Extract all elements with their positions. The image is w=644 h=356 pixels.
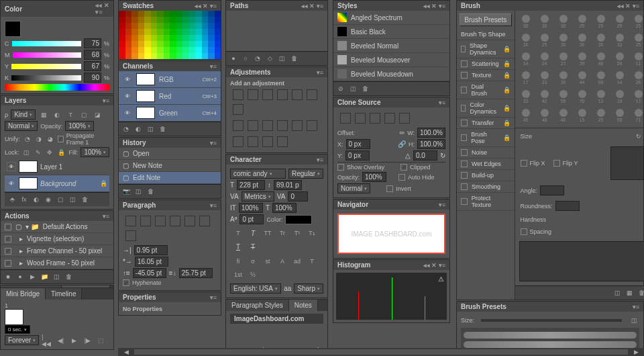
swatch[interactable] bbox=[119, 17, 125, 23]
brush-tip[interactable]: 36 bbox=[574, 32, 590, 48]
first-icon[interactable]: |◀◀ bbox=[42, 336, 52, 345]
swatch[interactable] bbox=[176, 47, 183, 53]
swatch[interactable] bbox=[182, 11, 189, 17]
swatch[interactable] bbox=[144, 23, 151, 29]
swatch[interactable] bbox=[125, 35, 132, 41]
swatch[interactable] bbox=[164, 35, 170, 41]
swatch[interactable] bbox=[138, 53, 145, 59]
swatch[interactable] bbox=[131, 17, 138, 23]
brush-angle-control[interactable] bbox=[610, 146, 644, 180]
brush-tip[interactable]: 24 bbox=[537, 51, 553, 67]
swatch[interactable] bbox=[144, 17, 151, 23]
clone-source-1-icon[interactable] bbox=[340, 113, 351, 124]
swatch[interactable] bbox=[119, 41, 125, 47]
swatch[interactable] bbox=[164, 41, 170, 47]
y-slider[interactable] bbox=[11, 64, 81, 69]
swatch[interactable] bbox=[189, 17, 196, 23]
hue-strip[interactable] bbox=[5, 84, 109, 91]
swatch[interactable] bbox=[151, 11, 158, 17]
swatch[interactable] bbox=[182, 17, 189, 23]
baseline[interactable] bbox=[239, 214, 264, 224]
swatch[interactable] bbox=[151, 53, 158, 59]
font-family[interactable]: comic andy bbox=[230, 169, 286, 179]
brush-tip[interactable]: 36 bbox=[518, 32, 534, 48]
brush-option[interactable]: Protect Texture bbox=[457, 193, 515, 211]
stop-icon[interactable]: ■ bbox=[3, 272, 13, 281]
m-slider[interactable] bbox=[13, 52, 81, 58]
bold-icon[interactable]: T bbox=[233, 228, 244, 238]
bottom-scrollbar[interactable]: ◀▶ bbox=[118, 348, 644, 356]
swatch[interactable] bbox=[138, 23, 145, 29]
tab-notes[interactable]: Notes bbox=[289, 300, 318, 311]
swatch[interactable] bbox=[176, 41, 183, 47]
swatch[interactable] bbox=[138, 17, 145, 23]
swatch[interactable] bbox=[189, 35, 196, 41]
brush-tip[interactable]: 42 bbox=[537, 89, 553, 105]
panel-menu-icon[interactable]: ◂◂ ✕▾≡ bbox=[95, 2, 109, 15]
swatch[interactable] bbox=[195, 29, 202, 35]
flipx-check[interactable] bbox=[521, 160, 527, 167]
swatch[interactable] bbox=[164, 11, 170, 17]
brush-tip[interactable]: 32 bbox=[612, 32, 628, 48]
swatch[interactable] bbox=[157, 23, 164, 29]
swatch[interactable] bbox=[182, 53, 189, 59]
foreground-color[interactable] bbox=[5, 21, 21, 37]
swatch[interactable] bbox=[157, 35, 164, 41]
swatch[interactable] bbox=[119, 29, 125, 35]
swatch[interactable] bbox=[131, 41, 138, 47]
brush-option[interactable]: Brush Pose🔒 bbox=[457, 129, 515, 147]
brush-tip[interactable]: 60 bbox=[593, 70, 609, 86]
trash-icon[interactable]: 🗑 bbox=[360, 84, 370, 93]
brush-tip[interactable]: 17 bbox=[518, 70, 534, 86]
brush-option[interactable]: Scattering🔒 bbox=[457, 58, 515, 70]
swatch[interactable] bbox=[131, 47, 138, 53]
new-layer-icon[interactable]: ◫ bbox=[67, 195, 78, 204]
swatch[interactable] bbox=[202, 35, 209, 41]
swatch[interactable] bbox=[208, 23, 215, 29]
kind-filter[interactable]: Kind bbox=[11, 109, 36, 120]
flipy-check[interactable] bbox=[553, 160, 560, 167]
swatch[interactable] bbox=[119, 53, 125, 59]
brush-tip[interactable]: 36 bbox=[593, 32, 609, 48]
brush-tip[interactable]: 25 bbox=[593, 107, 609, 124]
clipped-check[interactable] bbox=[400, 164, 407, 171]
swatch[interactable] bbox=[151, 35, 158, 41]
swatch[interactable] bbox=[182, 29, 189, 35]
exposure-icon[interactable] bbox=[277, 89, 288, 100]
swatch[interactable] bbox=[170, 29, 176, 35]
clone-angle[interactable] bbox=[413, 150, 437, 161]
font-style[interactable]: Regular bbox=[288, 169, 323, 179]
swatch[interactable] bbox=[189, 29, 196, 35]
brush-tip[interactable]: 71 bbox=[631, 107, 644, 124]
swatch[interactable] bbox=[208, 53, 215, 59]
swatch[interactable] bbox=[138, 47, 145, 53]
swatch-grid[interactable] bbox=[119, 11, 221, 59]
opacity-input[interactable]: 100% bbox=[65, 121, 94, 131]
channel-row[interactable]: 👁GreenCtrl+4 bbox=[119, 105, 221, 122]
brush-tip[interactable]: 11 bbox=[631, 51, 644, 67]
brush-option[interactable]: Noise bbox=[457, 147, 515, 159]
brush-option[interactable]: Wet Edges bbox=[457, 159, 515, 170]
style-item[interactable]: Angled Spectrum bbox=[333, 11, 449, 25]
clone-x[interactable] bbox=[346, 139, 370, 149]
swatch[interactable] bbox=[182, 47, 189, 53]
swatch[interactable] bbox=[151, 47, 158, 53]
swatch[interactable] bbox=[182, 41, 189, 47]
swatch[interactable] bbox=[208, 17, 215, 23]
space-before[interactable] bbox=[133, 268, 166, 278]
mask-icon[interactable]: ◐ bbox=[31, 195, 42, 204]
align-center-icon[interactable] bbox=[140, 216, 151, 226]
swatch[interactable] bbox=[131, 29, 138, 35]
lock-pixels-icon[interactable]: ◫ bbox=[22, 148, 31, 157]
swatch[interactable] bbox=[215, 29, 221, 35]
style-item[interactable]: Beveled Mousedown bbox=[333, 67, 449, 81]
tab-minibridge[interactable]: Mini Bridge bbox=[1, 288, 46, 300]
swatch[interactable] bbox=[215, 41, 221, 47]
brush-tip[interactable]: 17 bbox=[631, 89, 644, 105]
clone-y[interactable] bbox=[345, 150, 370, 161]
brush-tip[interactable]: 15 bbox=[574, 107, 590, 124]
brush-tip[interactable]: 27 bbox=[555, 51, 572, 67]
brush-presets-button[interactable]: Brush Presets bbox=[460, 13, 512, 26]
swatch[interactable] bbox=[125, 11, 132, 17]
swatch[interactable] bbox=[202, 41, 209, 47]
